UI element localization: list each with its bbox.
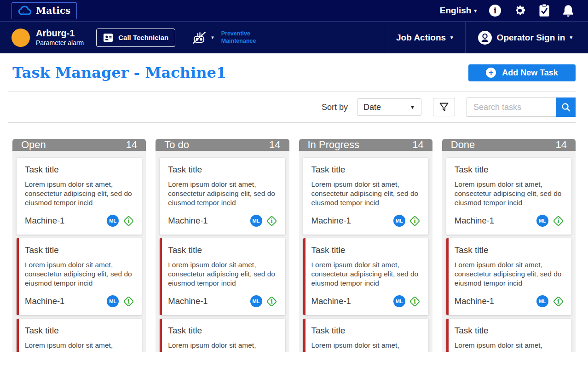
task-badges: ML i	[107, 215, 134, 227]
tasks-clipboard-icon[interactable]	[539, 4, 550, 17]
sort-selected-value: Date	[363, 103, 381, 112]
task-description: Lorem ipsum dolor sit amet, consectetur …	[455, 180, 564, 207]
call-technician-label: Call Technician	[118, 34, 168, 41]
task-card[interactable]: Task title Lorem ipsum dolor sit amet, c…	[446, 319, 571, 352]
search-input[interactable]	[467, 97, 556, 117]
bell-icon[interactable]	[562, 4, 574, 17]
task-title: Task title	[455, 326, 564, 336]
info-diamond-icon[interactable]: i	[266, 215, 278, 227]
ml-badge: ML	[250, 295, 262, 307]
chevron-down-icon: ▾	[450, 35, 453, 40]
machine-info-group: Arburg-1 Parameter alarm Call Technician	[0, 22, 384, 53]
sort-select[interactable]: Date ▼	[357, 98, 421, 116]
operator-sign-in[interactable]: Operator Sign in ▾	[465, 22, 588, 53]
task-card[interactable]: Task title Lorem ipsum dolor sit amet, c…	[303, 158, 428, 235]
chevron-down-icon: ▼	[410, 105, 415, 110]
task-description: Lorem ipsum dolor sit amet, consectetur …	[168, 180, 277, 207]
task-card[interactable]: Task title Lorem ipsum dolor sit amet, c…	[160, 238, 285, 315]
page-title: Task Manager - Machine1	[12, 64, 226, 81]
task-title: Task title	[311, 326, 421, 336]
kanban-column: Done 14 Task title Lorem ipsum dolor sit…	[442, 139, 576, 352]
task-machine-label: Machine-1	[168, 296, 208, 306]
column-title: In Progress	[308, 139, 360, 151]
task-card[interactable]: Task title Lorem ipsum dolor sit amet, c…	[303, 319, 428, 352]
gear-icon[interactable]	[513, 4, 526, 17]
task-card[interactable]: Task title Lorem ipsum dolor sit amet, c…	[303, 238, 428, 315]
task-card[interactable]: Task title Lorem ipsum dolor sit amet, c…	[160, 158, 285, 235]
job-actions-menu[interactable]: Job Actions ▾	[384, 22, 465, 53]
operator-avatar-icon	[478, 30, 492, 45]
info-diamond-icon[interactable]: i	[552, 295, 564, 307]
task-description: Lorem ipsum dolor sit amet, consectetur …	[311, 260, 421, 288]
operator-label: Operator Sign in	[497, 33, 565, 43]
info-diamond-icon[interactable]: i	[409, 295, 421, 307]
task-description: Lorem ipsum dolor sit amet, consectetur …	[311, 341, 421, 352]
add-new-task-button[interactable]: + Add New Task	[468, 64, 576, 81]
task-card[interactable]: Task title Lorem ipsum dolor sit amet, c…	[160, 319, 285, 352]
preventive-maintenance-control[interactable]: ▾ Preventive Maintenance	[190, 29, 256, 47]
info-icon[interactable]: i	[489, 5, 501, 17]
machine-meta: Arburg-1 Parameter alarm	[36, 28, 84, 47]
task-title: Task title	[455, 245, 564, 255]
task-card[interactable]: Task title Lorem ipsum dolor sit amet, c…	[446, 158, 571, 235]
job-actions-label: Job Actions	[396, 33, 446, 43]
title-row: Task Manager - Machine1 + Add New Task	[12, 53, 576, 81]
language-label: English	[440, 6, 472, 16]
info-diamond-icon[interactable]: i	[409, 215, 421, 227]
task-machine-label: Machine-1	[25, 296, 64, 306]
call-technician-button[interactable]: Call Technician	[96, 29, 175, 47]
task-card[interactable]: Task title Lorem ipsum dolor sit amet, c…	[17, 319, 142, 352]
task-description: Lorem ipsum dolor sit amet, consectetur …	[168, 260, 277, 288]
task-footer: Machine-1 ML i	[168, 295, 277, 307]
column-count: 14	[412, 139, 423, 151]
ml-badge: ML	[393, 295, 405, 307]
task-card[interactable]: Task title Lorem ipsum dolor sit amet, c…	[17, 158, 142, 235]
column-title: To do	[164, 139, 189, 151]
task-machine-label: Machine-1	[455, 216, 494, 226]
kanban-column: Open 14 Task title Lorem ipsum dolor sit…	[12, 139, 146, 352]
task-title: Task title	[25, 245, 134, 255]
ml-badge: ML	[536, 215, 548, 227]
task-description: Lorem ipsum dolor sit amet, consectetur …	[455, 260, 564, 288]
task-badges: ML i	[107, 295, 134, 307]
task-title: Task title	[455, 165, 564, 175]
info-diamond-icon[interactable]: i	[552, 215, 564, 227]
chevron-down-icon: ▾	[474, 8, 477, 13]
top-navigation-bar: Matics English ▾ i	[0, 0, 588, 22]
task-description: Lorem ipsum dolor sit amet, consectetur …	[25, 341, 134, 352]
task-footer: Machine-1 ML i	[455, 215, 564, 227]
task-machine-label: Machine-1	[25, 216, 64, 226]
task-footer: Machine-1 ML i	[311, 295, 421, 307]
task-card[interactable]: Task title Lorem ipsum dolor sit amet, c…	[446, 238, 571, 315]
kanban-board: Open 14 Task title Lorem ipsum dolor sit…	[12, 139, 576, 352]
task-badges: ML i	[393, 295, 421, 307]
column-header: Open 14	[12, 139, 146, 151]
matics-logo[interactable]: Matics	[12, 2, 77, 19]
funnel-icon	[438, 102, 450, 113]
column-count: 14	[269, 139, 280, 151]
language-selector[interactable]: English ▾	[440, 6, 477, 16]
technician-badge-icon	[103, 33, 113, 43]
task-badges: ML i	[250, 215, 278, 227]
toolbar: Sort by Date ▼	[12, 92, 576, 122]
kanban-column: In Progress 14 Task title Lorem ipsum do…	[299, 139, 432, 352]
search-button[interactable]	[556, 97, 576, 117]
task-title: Task title	[25, 165, 134, 175]
info-diamond-icon[interactable]: i	[122, 295, 134, 307]
cloud-logo-icon	[18, 6, 32, 16]
column-body: Task title Lorem ipsum dolor sit amet, c…	[442, 151, 576, 352]
task-description: Lorem ipsum dolor sit amet, consectetur …	[168, 341, 277, 352]
column-count: 14	[556, 139, 567, 151]
chevron-down-icon: ▾	[570, 35, 572, 40]
machine-name: Arburg-1	[36, 28, 84, 39]
task-title: Task title	[25, 326, 134, 336]
task-description: Lorem ipsum dolor sit amet, consectetur …	[311, 180, 421, 207]
task-card[interactable]: Task title Lorem ipsum dolor sit amet, c…	[17, 238, 142, 315]
info-diamond-icon[interactable]: i	[266, 295, 278, 307]
filter-button[interactable]	[433, 98, 455, 116]
info-diamond-icon[interactable]: i	[122, 215, 134, 227]
ml-badge: ML	[393, 215, 405, 227]
task-badges: ML i	[536, 215, 564, 227]
task-description: Lorem ipsum dolor sit amet, consectetur …	[25, 260, 134, 288]
task-machine-label: Machine-1	[168, 216, 208, 226]
